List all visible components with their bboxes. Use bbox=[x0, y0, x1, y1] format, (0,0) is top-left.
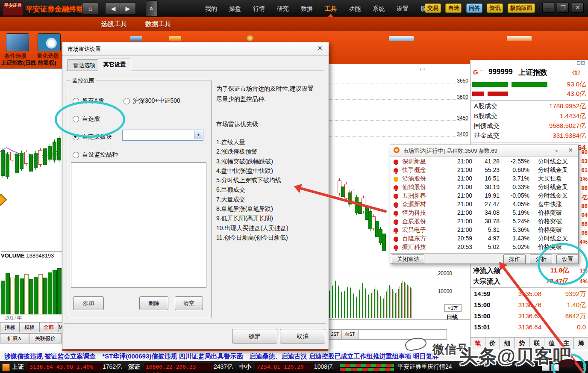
radar-row[interactable]: 百隆东方20:594.971.43%分时线金叉 bbox=[390, 235, 578, 243]
radar-row[interactable]: 沿浦股份21:0016.513.71%大买挂盘 bbox=[390, 175, 578, 184]
clipped-value: 86 bbox=[582, 203, 588, 209]
priority-item: 4.盘中快涨(盘中快跌) bbox=[216, 166, 326, 175]
status-app-icon[interactable] bbox=[2, 364, 10, 371]
maximize-icon[interactable]: ❐ bbox=[557, 3, 569, 13]
tab-template[interactable]: 模板 bbox=[20, 322, 39, 332]
minimize-icon[interactable]: — bbox=[542, 3, 554, 13]
stat-label: 国债成交 bbox=[474, 122, 500, 130]
quant-stock-pick-icon[interactable] bbox=[38, 33, 61, 51]
period-selector[interactable]: 日线 bbox=[447, 314, 458, 321]
radio-csi300-500[interactable] bbox=[123, 98, 130, 104]
tab-macd[interactable]: MACD bbox=[58, 322, 62, 332]
alert-time: 20:59 bbox=[453, 235, 472, 242]
collapse-up-icon[interactable]: « bbox=[146, 0, 158, 17]
radar-close-icon[interactable]: ✕ bbox=[568, 147, 573, 154]
clipped-value: 66 bbox=[582, 221, 588, 227]
section-data-tools[interactable]: 数据工具 bbox=[145, 20, 171, 28]
tab-indicator[interactable]: 指标 bbox=[0, 322, 20, 332]
menu-item-tools[interactable]: 工具 bbox=[319, 0, 343, 17]
forward-icon[interactable]: ▶ bbox=[120, 3, 136, 15]
index-tag: 领2 bbox=[572, 69, 580, 77]
stock-price: 5.02 bbox=[475, 243, 500, 250]
tab-linked-quotes[interactable]: 关联报价 bbox=[29, 333, 62, 343]
tab-chips[interactable]: 筹 bbox=[574, 337, 588, 349]
stock-change: 5.36% bbox=[500, 226, 529, 233]
index-name-sh[interactable]: 上证 bbox=[12, 363, 24, 371]
radar-row[interactable]: 金辰股份21:0038.785.24%价格突破 bbox=[390, 218, 578, 226]
condition-stock-pick-icon[interactable] bbox=[6, 33, 29, 51]
tab-all[interactable]: 全部 bbox=[39, 322, 58, 332]
add-button[interactable]: 添加 bbox=[73, 296, 104, 310]
menu-item-data[interactable]: 数据 bbox=[295, 0, 319, 17]
watchlist-button[interactable]: 自选 bbox=[445, 3, 462, 13]
signal-type: 分时线金叉 bbox=[538, 235, 568, 243]
volume-bar bbox=[20, 278, 24, 314]
radar-row[interactable]: 众源新材21:0027.474.05%盘中快涨 bbox=[390, 201, 578, 209]
advance-value: 93.0亿 bbox=[567, 80, 586, 89]
radar-row[interactable]: 快手概念21:0055.230.60%分时线金叉 bbox=[390, 166, 578, 175]
radar-row[interactable]: 深圳新星21:0041.28-2.55%分时线金叉 bbox=[390, 158, 578, 166]
panel-icons[interactable]: ⊟⊞ bbox=[576, 60, 585, 66]
menu-item-system[interactable]: 系统 bbox=[367, 0, 391, 17]
stat-value: 1788.9952亿 bbox=[549, 102, 586, 110]
tick-time: 15:00 bbox=[474, 312, 490, 320]
menu-item-trade-desk[interactable]: 操盘 bbox=[223, 0, 247, 17]
back-icon[interactable]: ◀ bbox=[105, 3, 121, 15]
volume-bar bbox=[29, 279, 33, 314]
stock-price: 41.28 bbox=[475, 158, 500, 165]
volume-bar bbox=[53, 270, 57, 314]
tick-time: 15:01 bbox=[474, 323, 490, 331]
index-name-sz[interactable]: 深证 bbox=[128, 363, 140, 371]
mini-tab[interactable]: 2ST bbox=[328, 329, 342, 340]
dialog-close-icon[interactable]: ✕ bbox=[317, 44, 323, 52]
monitored-items-listbox[interactable] bbox=[71, 162, 206, 288]
qa-button[interactable]: 问答 bbox=[466, 3, 482, 13]
delete-button[interactable]: 删除 bbox=[139, 296, 168, 310]
operate-button[interactable]: 操作 bbox=[503, 255, 526, 264]
radar-expand-icon[interactable]: ＞ bbox=[554, 147, 559, 155]
menu-icon[interactable]: ≡ bbox=[480, 68, 483, 75]
close-radar-button[interactable]: 关闭雷达 bbox=[392, 255, 424, 264]
radar-title-bar[interactable]: 市场雷达[运行中] 品种数:3509 条数:69 ＞ ✕ bbox=[390, 145, 578, 157]
index-name-zx[interactable]: 中小 bbox=[239, 363, 251, 371]
menu-item-settings[interactable]: 设置 bbox=[391, 0, 415, 17]
radar-row[interactable]: 五洲新春21:0019.91-0.05%分时线金叉 bbox=[390, 192, 578, 201]
menu-item-research[interactable]: 研究 bbox=[271, 0, 295, 17]
menu-item-functions[interactable]: 功能 bbox=[343, 0, 367, 17]
radar-row[interactable]: 恒为科技21:0034.085.19%价格突破 bbox=[390, 209, 578, 218]
stock-name: 深圳新星 bbox=[402, 158, 426, 166]
clear-button[interactable]: 清空 bbox=[175, 296, 203, 310]
stat-label: B股成交 bbox=[474, 112, 497, 120]
radio-custom-varieties[interactable] bbox=[73, 152, 79, 158]
alert-time: 21:00 bbox=[453, 201, 472, 207]
alert-bell-icon bbox=[394, 245, 398, 249]
trade-button[interactable]: 交易 bbox=[425, 3, 441, 13]
tab-radar-options[interactable]: 雷达选项 bbox=[68, 59, 101, 71]
index-name: 上证指数 bbox=[518, 68, 547, 77]
pingan-logo-icon: 平安证券 bbox=[3, 2, 23, 16]
alert-time: 21:00 bbox=[453, 184, 472, 190]
tab-expand[interactable]: 扩展∧ bbox=[0, 333, 29, 343]
price-tick: 3400 bbox=[457, 131, 468, 137]
menu-item-my[interactable]: 我的 bbox=[199, 0, 223, 17]
section-stock-picking-tools[interactable]: 选股工具 bbox=[101, 20, 127, 28]
radar-row[interactable]: 仙鹤股份21:0030.190.33%分时线金叉 bbox=[390, 184, 578, 192]
home-icon[interactable]: ⌂ bbox=[82, 3, 98, 15]
sector-combobox[interactable]: ▼ bbox=[122, 130, 203, 141]
chevron-down-icon[interactable]: ▼ bbox=[194, 130, 203, 139]
price-tick: 3650 bbox=[457, 78, 468, 84]
cancel-button[interactable]: 取消 bbox=[280, 329, 325, 343]
zx-amount: 1008亿 bbox=[314, 363, 333, 371]
alert-time: 21:00 bbox=[453, 226, 472, 233]
news-button[interactable]: 资讯 bbox=[487, 3, 503, 13]
clipped-value: 06 bbox=[582, 230, 588, 236]
mini-tab[interactable]: 前ST bbox=[342, 329, 358, 340]
menu-item-quotes[interactable]: 行情 bbox=[247, 0, 271, 17]
radar-row[interactable]: 宏昌电子21:005.315.36%价格突破 bbox=[390, 226, 578, 235]
ok-button[interactable]: 确定 bbox=[232, 329, 277, 343]
close-icon[interactable]: ✕ bbox=[572, 3, 584, 13]
net-inflow-label: 净流入额 bbox=[473, 266, 500, 275]
simple-layout-button[interactable]: 极简版面 bbox=[508, 3, 535, 13]
stock-name: 沿浦股份 bbox=[402, 175, 426, 183]
tab-other-settings[interactable]: 其它设置 bbox=[98, 59, 131, 71]
